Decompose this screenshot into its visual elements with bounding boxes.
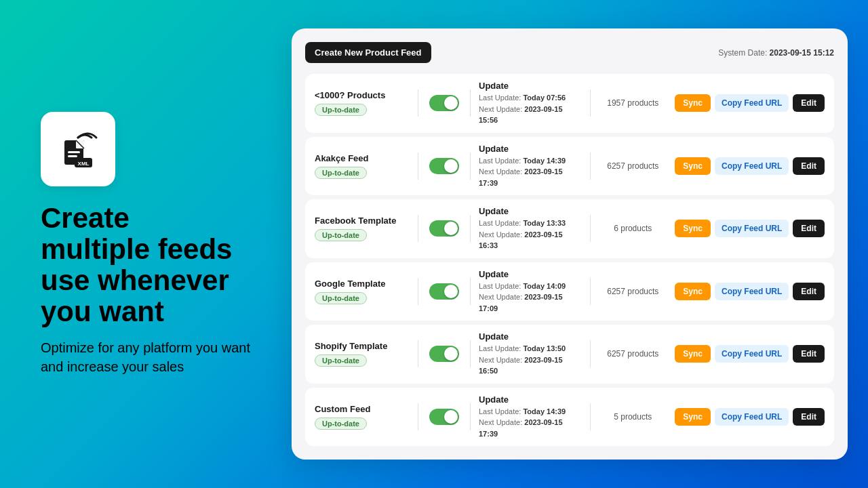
divider — [590, 215, 591, 242]
update-info: Last Update: Today 13:33 Next Update: 20… — [479, 218, 582, 251]
update-col: Update Last Update: Today 14:39 Next Upd… — [479, 144, 582, 189]
status-badge: Up-to-date — [315, 418, 367, 430]
edit-button[interactable]: Edit — [793, 283, 825, 300]
actions-col: Sync Copy Feed URL Edit — [675, 283, 825, 300]
divider — [590, 278, 591, 305]
toggle-col — [427, 95, 462, 111]
actions-col: Sync Copy Feed URL Edit — [675, 94, 825, 112]
sub-title: Optimize for any platform you want and i… — [41, 338, 258, 376]
edit-button[interactable]: Edit — [793, 220, 825, 237]
copy-feed-url-button[interactable]: Copy Feed URL — [715, 157, 789, 175]
edit-button[interactable]: Edit — [793, 345, 825, 363]
sync-button[interactable]: Sync — [675, 157, 711, 175]
divider — [418, 152, 418, 180]
sync-button[interactable]: Sync — [675, 283, 711, 300]
edit-button[interactable]: Edit — [793, 94, 825, 112]
edit-button[interactable]: Edit — [793, 157, 825, 175]
feed-name: Google Template — [315, 279, 410, 289]
actions-col: Sync Copy Feed URL Edit — [675, 408, 825, 426]
feed-row: Google Template Up-to-date Update Last U… — [305, 262, 834, 321]
feed-name: Custom Feed — [315, 404, 410, 414]
toggle-col — [427, 220, 462, 237]
products-count: 1957 products — [599, 98, 667, 108]
divider — [418, 278, 418, 305]
divider — [590, 340, 591, 367]
update-title: Update — [479, 144, 582, 154]
copy-feed-url-button[interactable]: Copy Feed URL — [715, 408, 789, 426]
feed-toggle[interactable] — [429, 409, 459, 425]
update-title: Update — [479, 81, 582, 91]
feed-toggle[interactable] — [429, 220, 459, 237]
feed-toggle[interactable] — [429, 283, 459, 300]
update-info: Last Update: Today 14:39 Next Update: 20… — [479, 155, 582, 189]
sync-button[interactable]: Sync — [675, 94, 711, 112]
sync-button[interactable]: Sync — [675, 408, 711, 426]
main-card: Create New Product Feed System Date: 202… — [292, 28, 848, 460]
update-col: Update Last Update: Today 14:39 Next Upd… — [479, 394, 582, 440]
feed-row: Akakçe Feed Up-to-date Update Last Updat… — [305, 137, 834, 196]
divider — [470, 403, 471, 430]
svg-rect-3 — [68, 151, 80, 153]
left-panel: XML Createmultiple feedsuse wheneveryou … — [0, 85, 285, 404]
feed-name: Akakçe Feed — [315, 153, 410, 163]
update-info: Last Update: Today 14:09 Next Update: 20… — [479, 281, 582, 314]
card-header: Create New Product Feed System Date: 202… — [305, 42, 834, 63]
products-count: 5 products — [599, 412, 667, 422]
divider — [470, 278, 471, 305]
products-count: 6257 products — [599, 161, 667, 171]
products-count: 6 products — [599, 224, 667, 233]
toggle-col — [427, 158, 462, 174]
divider — [418, 215, 418, 242]
update-title: Update — [479, 206, 582, 216]
copy-feed-url-button[interactable]: Copy Feed URL — [715, 283, 789, 300]
feed-list: <1000? Products Up-to-date Update Last U… — [305, 74, 834, 446]
update-col: Update Last Update: Today 14:09 Next Upd… — [479, 269, 582, 314]
toggle-col — [427, 283, 462, 300]
feed-row: <1000? Products Up-to-date Update Last U… — [305, 74, 834, 133]
feed-name-col: Facebook Template Up-to-date — [315, 216, 410, 241]
products-count: 6257 products — [599, 349, 667, 359]
feed-name-col: Shopify Template Up-to-date — [315, 341, 410, 367]
svg-rect-4 — [68, 155, 77, 157]
copy-feed-url-button[interactable]: Copy Feed URL — [715, 220, 789, 237]
svg-text:XML: XML — [78, 161, 90, 167]
system-date: System Date: 2023-09-15 15:12 — [718, 48, 834, 58]
feed-row: Shopify Template Up-to-date Update Last … — [305, 325, 834, 384]
status-badge: Up-to-date — [315, 354, 367, 367]
divider — [470, 215, 471, 242]
divider — [470, 152, 471, 180]
status-badge: Up-to-date — [315, 104, 367, 116]
status-badge: Up-to-date — [315, 229, 367, 241]
update-title: Update — [479, 269, 582, 279]
divider — [418, 89, 418, 117]
sync-button[interactable]: Sync — [675, 220, 711, 237]
feed-name: Facebook Template — [315, 216, 410, 226]
feed-toggle[interactable] — [429, 158, 459, 174]
feed-name-col: Google Template Up-to-date — [315, 279, 410, 304]
actions-col: Sync Copy Feed URL Edit — [675, 345, 825, 363]
sync-button[interactable]: Sync — [675, 345, 711, 363]
actions-col: Sync Copy Feed URL Edit — [675, 157, 825, 175]
toggle-col — [427, 346, 462, 362]
create-feed-button[interactable]: Create New Product Feed — [305, 42, 431, 63]
update-info: Last Update: Today 07:56 Next Update: 20… — [479, 92, 582, 126]
feed-name-col: Custom Feed Up-to-date — [315, 404, 410, 430]
update-title: Update — [479, 331, 582, 342]
update-col: Update Last Update: Today 13:50 Next Upd… — [479, 331, 582, 377]
copy-feed-url-button[interactable]: Copy Feed URL — [715, 94, 789, 112]
edit-button[interactable]: Edit — [793, 408, 825, 426]
divider — [590, 152, 591, 180]
divider — [418, 340, 418, 367]
products-count: 6257 products — [599, 287, 667, 296]
update-info: Last Update: Today 14:39 Next Update: 20… — [479, 406, 582, 440]
update-col: Update Last Update: Today 13:33 Next Upd… — [479, 206, 582, 251]
feed-row: Facebook Template Up-to-date Update Last… — [305, 199, 834, 258]
feed-row: Custom Feed Up-to-date Update Last Updat… — [305, 388, 834, 447]
copy-feed-url-button[interactable]: Copy Feed URL — [715, 345, 789, 363]
feed-toggle[interactable] — [429, 95, 459, 111]
toggle-col — [427, 409, 462, 425]
update-col: Update Last Update: Today 07:56 Next Upd… — [479, 81, 582, 126]
xml-logo: XML — [41, 112, 115, 186]
divider — [590, 403, 591, 430]
feed-toggle[interactable] — [429, 346, 459, 362]
